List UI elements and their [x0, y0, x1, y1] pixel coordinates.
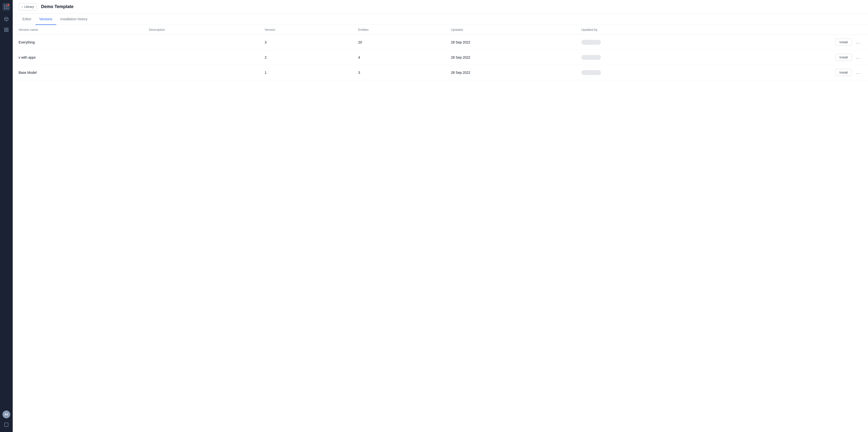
row2-version: 2 [259, 50, 352, 65]
row1-description [143, 35, 259, 50]
row3-actions-cell: Install … [712, 69, 862, 76]
tab-editor[interactable]: Editor [19, 14, 35, 25]
table-row: Everything 3 20 28 Sep 2022 Install … [13, 35, 868, 50]
versions-table-container: Version name Description Version Entitie… [13, 25, 868, 432]
page-title: Demo Template [41, 4, 73, 9]
user-avatar-placeholder [581, 55, 601, 60]
svg-rect-3 [7, 30, 8, 32]
sidebar: AS [0, 0, 13, 432]
table-header-row: Version name Description Version Entitie… [13, 25, 868, 35]
row2-install-button[interactable]: Install [835, 54, 852, 61]
table-row: Base Model 1 3 28 Sep 2022 Install … [13, 65, 868, 80]
row1-actions: Install … [707, 35, 868, 50]
row1-install-button[interactable]: Install [835, 39, 852, 46]
svg-rect-1 [5, 28, 6, 30]
grid-icon [4, 5, 8, 9]
row3-updated-by [576, 65, 707, 80]
back-label: Library [24, 5, 34, 8]
row2-updated: 28 Sep 2022 [445, 50, 575, 65]
avatar-initials: AS [4, 413, 8, 416]
row3-version-name: Base Model [13, 65, 143, 80]
col-entities: Entities [352, 25, 445, 35]
terminal-icon[interactable] [2, 420, 11, 429]
row1-more-button[interactable]: … [854, 39, 862, 46]
svg-rect-2 [7, 28, 8, 30]
row3-description [143, 65, 259, 80]
row1-version-name: Everything [13, 35, 143, 50]
sidebar-top [2, 3, 11, 410]
back-chevron-icon: ‹ [22, 5, 23, 8]
layout-icon[interactable] [2, 25, 11, 34]
user-avatar-placeholder [581, 70, 601, 75]
row3-install-button[interactable]: Install [835, 69, 852, 76]
col-updated-by: Updated by [576, 25, 707, 35]
row2-actions-cell: Install … [712, 54, 862, 61]
app-logo[interactable] [2, 3, 10, 11]
row2-entities: 4 [352, 50, 445, 65]
cube-icon[interactable] [2, 15, 11, 24]
user-avatar[interactable]: AS [2, 410, 10, 418]
row3-updated: 28 Sep 2022 [445, 65, 575, 80]
tabs: Editor Versions Installation history [13, 14, 868, 25]
svg-rect-5 [5, 423, 8, 427]
svg-rect-4 [5, 30, 6, 32]
row3-actions: Install … [707, 65, 868, 80]
header: ‹ Library Demo Template [13, 0, 868, 14]
tab-versions[interactable]: Versions [35, 14, 57, 25]
main-content: ‹ Library Demo Template Editor Versions … [13, 0, 868, 432]
tab-installation-history[interactable]: Installation history [56, 14, 91, 25]
versions-table: Version name Description Version Entitie… [13, 25, 868, 80]
row1-version: 3 [259, 35, 352, 50]
row1-updated: 28 Sep 2022 [445, 35, 575, 50]
row2-updated-by [576, 50, 707, 65]
col-updated: Updated [445, 25, 575, 35]
user-avatar-placeholder [581, 40, 601, 45]
table-row: v with apps 2 4 28 Sep 2022 Install … [13, 50, 868, 65]
row1-actions-cell: Install … [712, 39, 862, 46]
sidebar-bottom: AS [2, 410, 11, 429]
row2-version-name: v with apps [13, 50, 143, 65]
row1-updated-by [576, 35, 707, 50]
row3-entities: 3 [352, 65, 445, 80]
back-button[interactable]: ‹ Library [19, 3, 37, 10]
row2-more-button[interactable]: … [854, 54, 862, 61]
row1-entities: 20 [352, 35, 445, 50]
col-description: Description [143, 25, 259, 35]
row3-version: 1 [259, 65, 352, 80]
col-version-name: Version name [13, 25, 143, 35]
row2-actions: Install … [707, 50, 868, 65]
row2-description [143, 50, 259, 65]
col-version: Version [259, 25, 352, 35]
row3-more-button[interactable]: … [854, 69, 862, 76]
col-actions [707, 25, 868, 35]
